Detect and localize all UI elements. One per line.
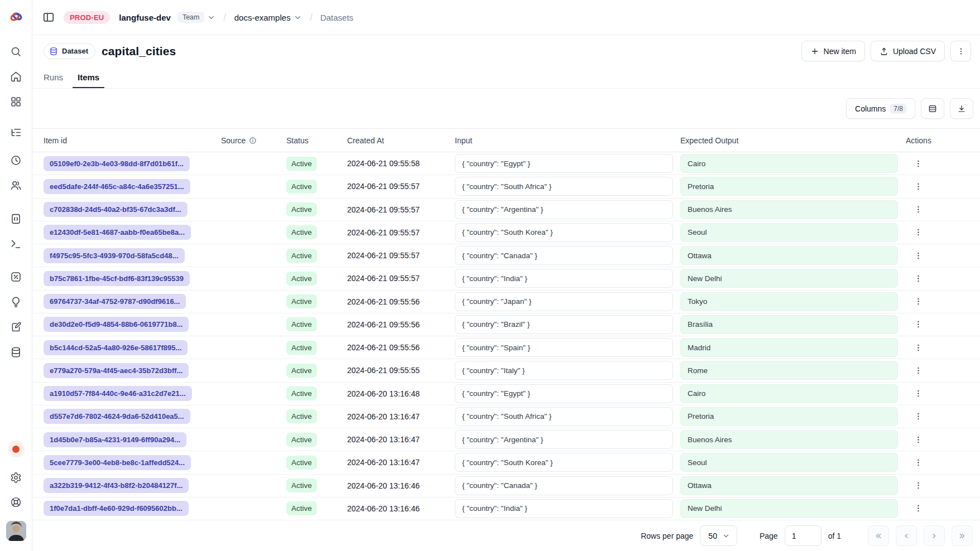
row-actions-button[interactable] [910,432,926,447]
item-id-badge[interactable]: 69764737-34af-4752-9787-d90df9616... [44,294,186,309]
item-id-badge[interactable]: b5c144cd-52a5-4a80-926e-58617f895... [44,340,188,355]
support-lifebuoy-icon[interactable] [6,492,26,512]
next-page-button[interactable] [924,525,945,546]
row-actions-button[interactable] [910,478,926,494]
created-at: 2024-06-20 13:16:47 [347,458,455,467]
item-id-badge[interactable]: 1d45b0e7-b85a-4231-9149-6ff90a294... [44,432,186,447]
sidebar-toggle-icon[interactable] [40,9,57,26]
insights-lightbulb-icon[interactable] [6,292,26,312]
row-actions-button[interactable] [910,202,926,218]
item-id-badge[interactable]: e12430df-5e81-4687-aabb-f0ea65be8a... [44,225,191,240]
upload-csv-button[interactable]: Upload CSV [871,41,945,61]
datasets-database-icon[interactable] [6,342,26,362]
input-cell-box[interactable]: { "country": "India" } [455,269,673,288]
row-actions-button[interactable] [910,294,926,310]
columns-button[interactable]: Columns 7/8 [846,98,915,119]
more-options-button[interactable] [950,41,971,61]
expected-output-box[interactable]: Seoul [680,453,898,472]
annotation-clipboard-pen-icon[interactable] [6,317,26,337]
dashboard-icon[interactable] [6,91,26,112]
info-icon[interactable] [249,137,257,144]
sessions-clock-icon[interactable] [6,150,26,170]
expected-output-box[interactable]: Pretoria [680,177,898,196]
expected-output-box[interactable]: Ottawa [680,246,898,265]
last-page-button[interactable] [952,525,973,546]
input-cell-box[interactable]: { "country": "South Korea" } [455,223,673,242]
input-cell-box[interactable]: { "country": "Spain" } [455,338,673,357]
expected-output-box[interactable]: Cairo [680,384,898,403]
tab-items[interactable]: Items [73,67,104,88]
org-switcher[interactable]: Team [177,12,216,23]
row-actions-button[interactable] [910,409,926,424]
expected-output-box[interactable]: New Delhi [680,269,898,288]
prompts-file-icon[interactable] [6,209,26,229]
input-cell-box[interactable]: { "country": "Canada" } [455,246,673,265]
input-cell-box[interactable]: { "country": "Argentina" } [455,200,673,219]
expected-output-box[interactable]: New Delhi [680,499,898,518]
expected-output-box[interactable]: Madrid [680,338,898,357]
input-cell-box[interactable]: { "country": "Egypt" } [455,154,673,173]
expected-output-box[interactable]: Seoul [680,223,898,242]
item-id-badge[interactable]: de30d2e0-f5d9-4854-88b6-0619771b8... [44,317,189,332]
row-height-button[interactable] [921,98,944,119]
row-actions-button[interactable] [910,501,926,516]
expected-output-box[interactable]: Rome [680,361,898,380]
input-cell-box[interactable]: { "country": "South Korea" } [455,453,673,472]
users-icon[interactable] [6,175,26,195]
tab-runs[interactable]: Runs [39,67,68,88]
rows-per-page-select[interactable]: 50 [700,525,737,546]
item-id-badge[interactable]: 05109ef0-2e3b-4e03-98dd-8f7d01b61f... [44,156,190,171]
chevron-left-icon [902,531,911,540]
user-avatar[interactable] [6,521,26,541]
expected-output-box[interactable]: Brasília [680,315,898,334]
expected-output-box[interactable]: Buenos Aires [680,430,898,449]
evaluation-percent-icon[interactable] [6,267,26,287]
expected-output-box[interactable]: Tokyo [680,292,898,311]
expected-output-box[interactable]: Cairo [680,154,898,173]
row-actions-button[interactable] [910,225,926,240]
playground-terminal-icon[interactable] [6,234,26,254]
home-icon[interactable] [6,66,26,86]
row-actions-button[interactable] [910,386,926,402]
item-id-badge[interactable]: e779a270-579a-4f45-aec4-35b72d3bff... [44,363,189,378]
item-id-badge[interactable]: b75c7861-1fbe-45cf-bdf6-83f139c95539 [44,271,190,286]
search-icon[interactable] [6,41,26,61]
page-number-input[interactable] [785,525,822,546]
item-id-badge[interactable]: c702838d-24d5-40a2-bf35-67dc3a3df... [44,202,188,217]
row-actions-button[interactable] [910,270,926,286]
input-cell-box[interactable]: { "country": "Italy" } [455,361,673,380]
row-actions-button[interactable] [910,362,926,378]
row-actions-button[interactable] [910,178,926,194]
row-actions-button[interactable] [910,340,926,355]
expected-output-box[interactable]: Ottawa [680,476,898,495]
expected-output-box[interactable]: Pretoria [680,407,898,426]
new-item-button[interactable]: New item [801,41,865,61]
item-id-badge[interactable]: 1f0e7da1-dbff-4e60-929d-f6095602bb... [44,501,189,516]
row-actions-button[interactable] [910,317,926,332]
input-cell-box[interactable]: { "country": "Brazil" } [455,315,673,334]
item-id-badge[interactable]: a1910d57-7f84-440c-9e46-a31c2d7e21... [44,386,192,401]
row-actions-button[interactable] [910,248,926,263]
input-cell-box[interactable]: { "country": "Egypt" } [455,384,673,403]
project-switcher[interactable]: docs-examples [234,13,302,22]
export-button[interactable] [950,98,973,119]
first-page-button[interactable] [868,525,889,546]
input-cell-box[interactable]: { "country": "South Africa" } [455,177,673,196]
input-cell-box[interactable]: { "country": "Canada" } [455,476,673,495]
item-id-badge[interactable]: d557e7d6-7802-4624-9da6-52d410ea5... [44,409,190,424]
previous-page-button[interactable] [896,525,917,546]
item-id-badge[interactable]: f4975c95-5fc3-4939-970d-58fa5cd48... [44,248,185,263]
expected-output-box[interactable]: Buenos Aires [680,200,898,219]
item-id-badge[interactable]: a322b319-9412-4f43-b8f2-b20484127f... [44,478,189,493]
settings-gear-icon[interactable] [6,467,26,487]
item-id-badge[interactable]: 5cee7779-3e00-4eb8-be8c-1affedd524... [44,455,191,470]
input-cell-box[interactable]: { "country": "South Africa" } [455,407,673,426]
item-id-badge[interactable]: eed5dafe-244f-465c-a84c-4a6e357251... [44,179,190,194]
input-cell-box[interactable]: { "country": "Argentina" } [455,430,673,449]
recording-indicator-icon[interactable] [8,441,25,457]
input-cell-box[interactable]: { "country": "India" } [455,499,673,518]
row-actions-button[interactable] [910,156,926,171]
tracing-tree-icon[interactable] [6,122,26,142]
input-cell-box[interactable]: { "country": "Japan" } [455,292,673,311]
row-actions-button[interactable] [910,455,926,470]
